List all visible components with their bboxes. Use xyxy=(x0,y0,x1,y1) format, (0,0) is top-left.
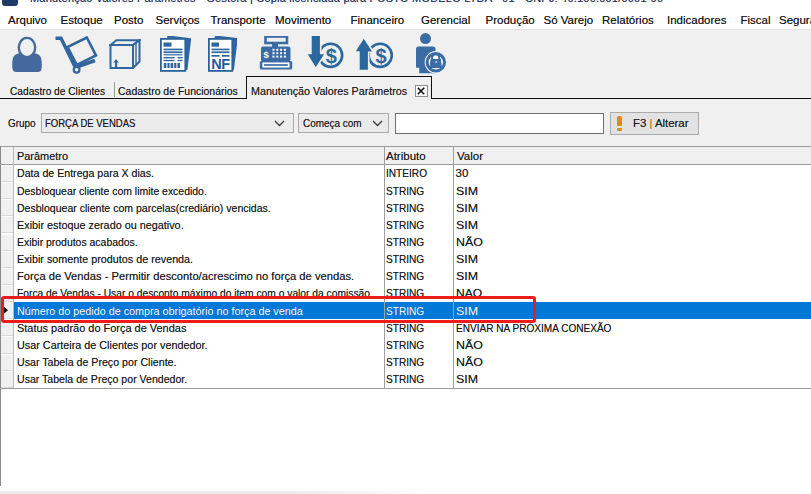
svg-text:$: $ xyxy=(325,45,336,67)
svg-text:$: $ xyxy=(264,49,270,60)
svg-text:NF: NF xyxy=(211,56,230,72)
svg-text:$: $ xyxy=(375,45,386,67)
